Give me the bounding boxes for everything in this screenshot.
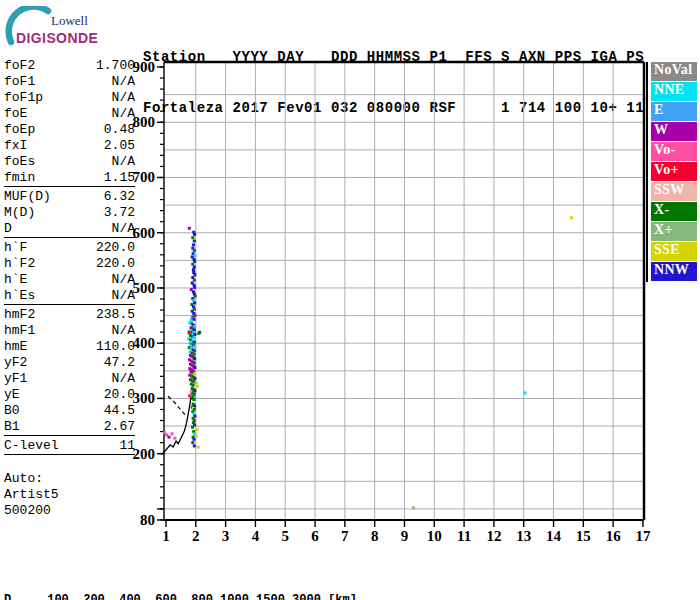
axis-tick-label: 15 <box>576 528 591 544</box>
echo-point <box>191 426 194 429</box>
echo-point <box>193 444 196 447</box>
echo-point <box>191 441 194 444</box>
legend-item-ssw: SSW <box>651 182 697 201</box>
echo-point <box>193 328 196 331</box>
echo-point <box>193 266 196 269</box>
axis-tick-label: 600 <box>133 225 156 241</box>
echo-point <box>193 249 196 252</box>
legend-item-x: X+ <box>651 222 697 241</box>
axis-tick-label: 2 <box>192 528 200 544</box>
echo-point <box>188 331 191 334</box>
echo-point <box>191 276 194 279</box>
echo-point <box>192 384 195 387</box>
echo-point <box>193 366 196 369</box>
axis-tick-label: 13 <box>516 528 531 544</box>
echo-point <box>193 398 196 401</box>
legend-item-nne: NNE <box>651 82 697 101</box>
axis-tick-label: 14 <box>546 528 562 544</box>
footer-block: D 100 200 400 600 800 1000 1500 3000 [km… <box>4 557 681 600</box>
echo-point <box>192 268 195 271</box>
axis-tick-label: 700 <box>133 169 156 185</box>
axis-tick-label: 3 <box>222 528 230 544</box>
legend-item-vo: Vo+ <box>651 162 697 181</box>
echo-point <box>193 318 196 321</box>
echo-point <box>193 357 196 360</box>
echo-point <box>193 260 196 263</box>
echo-point <box>193 273 196 276</box>
ionogram-plot: 9008007006005004003002008012345678910111… <box>0 0 700 600</box>
echo-point <box>412 506 415 509</box>
echo-point <box>193 438 196 441</box>
echo-point <box>171 432 174 435</box>
axis-tick-label: 400 <box>133 335 156 351</box>
axis-tick-label: 11 <box>457 528 471 544</box>
legend-item-sse: SSE <box>651 242 697 261</box>
profile-trace-solid <box>163 390 192 453</box>
echo-point <box>195 382 198 385</box>
echo-point <box>195 435 198 438</box>
echo-point <box>191 263 194 266</box>
axis-tick-label: 16 <box>606 528 622 544</box>
echo-point <box>193 345 196 348</box>
echo-point <box>193 233 196 236</box>
echo-color-legend: NoValNNEEWVo-Vo+SSWX-X+SSENNW <box>651 62 697 282</box>
echo-point <box>168 436 171 439</box>
axis-tick-label: 900 <box>133 59 156 75</box>
axis-tick-label: 10 <box>427 528 442 544</box>
axis-tick-label: 80 <box>140 512 155 528</box>
axis-tick-label: 200 <box>133 446 156 462</box>
axis-tick-label: 500 <box>133 280 156 296</box>
echo-point <box>198 331 201 334</box>
legend-item-w: W <box>651 122 697 141</box>
muf-distance-row: D 100 200 400 600 800 1000 1500 3000 [km… <box>4 593 681 600</box>
ionogram-screen: { "logo": { "brand_top": "Lowell", "bran… <box>0 0 700 600</box>
axis-tick-label: 7 <box>341 528 349 544</box>
axis-tick-label: 300 <box>133 390 156 406</box>
legend-item-vo: Vo- <box>651 142 697 161</box>
echo-point <box>188 227 191 230</box>
axis-tick-label: 4 <box>252 528 260 544</box>
echo-point <box>193 240 196 243</box>
echo-point <box>193 254 196 257</box>
axis-tick-label: 9 <box>401 528 409 544</box>
echo-point <box>193 286 196 289</box>
echo-point <box>191 236 194 239</box>
axis-tick-label: 5 <box>281 528 289 544</box>
axis-tick-label: 6 <box>311 528 319 544</box>
echo-point <box>196 385 199 388</box>
echo-point <box>193 336 196 339</box>
axis-tick-label: 17 <box>635 528 651 544</box>
echo-point <box>524 391 527 394</box>
axis-tick-label: 8 <box>371 528 379 544</box>
legend-item-noval: NoVal <box>651 62 697 81</box>
legend-item-x: X- <box>651 202 697 221</box>
profile-trace-dashed <box>168 396 186 416</box>
legend-item-nnw: NNW <box>651 262 697 281</box>
legend-item-e: E <box>651 102 697 121</box>
echo-point <box>193 279 196 282</box>
echo-point <box>192 243 195 246</box>
axis-tick-label: 1 <box>162 528 170 544</box>
echo-point <box>197 446 200 449</box>
axis-tick-label: 800 <box>133 114 156 130</box>
echo-point <box>196 428 199 431</box>
axis-tick-label: 12 <box>486 528 501 544</box>
echo-point <box>570 216 573 219</box>
legend-divider-line <box>646 62 648 282</box>
echo-point <box>173 437 176 440</box>
echo-point <box>193 301 196 304</box>
